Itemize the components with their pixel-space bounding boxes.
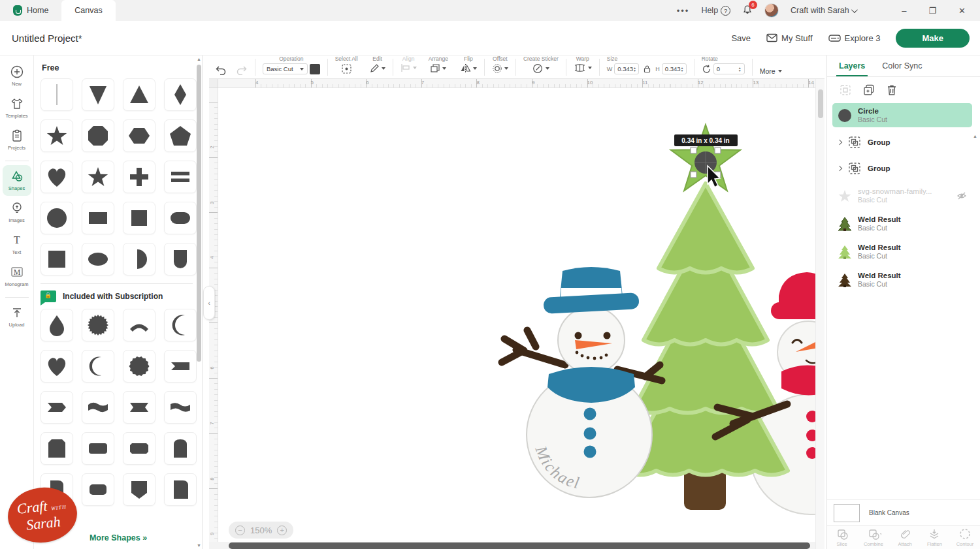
shape-circle[interactable]: [41, 202, 73, 234]
duplicate-icon[interactable]: [862, 84, 875, 97]
shape-square[interactable]: [123, 202, 155, 234]
explore-button[interactable]: Explore 3: [828, 33, 881, 43]
shape-diamond[interactable]: [164, 78, 197, 111]
tab-home[interactable]: Home: [0, 0, 61, 21]
shape-ticket[interactable]: [82, 432, 114, 465]
undo-icon[interactable]: [215, 65, 227, 75]
shape-rounded-rect[interactable]: [164, 473, 197, 506]
more-menu[interactable]: More: [754, 55, 788, 78]
contour-button[interactable]: Contour: [956, 528, 974, 547]
scroll-up-icon[interactable]: ▲: [972, 134, 978, 138]
sidebar-item-templates[interactable]: Templates: [3, 93, 31, 123]
tab-canvas[interactable]: Canvas: [61, 0, 115, 21]
window-maximize-button[interactable]: ❐: [923, 6, 941, 16]
shape-rectangle[interactable]: [82, 202, 114, 234]
layer-row[interactable]: Group: [832, 157, 972, 180]
shape-line[interactable]: [41, 78, 73, 111]
group-select-icon[interactable]: [839, 84, 852, 97]
shape-tag[interactable]: [41, 432, 73, 465]
shape-arc[interactable]: [123, 309, 155, 341]
shape-crescent-left[interactable]: [164, 309, 197, 341]
shape-wave-banner[interactable]: [82, 391, 114, 424]
shape-bowtie-banner[interactable]: [123, 391, 155, 424]
shape-pill[interactable]: [164, 202, 197, 234]
color-swatch[interactable]: [310, 64, 320, 74]
shape-scallop-circle[interactable]: [123, 350, 155, 383]
edit-control[interactable]: Edit: [364, 55, 391, 78]
layer-row[interactable]: CircleBasic Cut: [832, 103, 972, 127]
notifications-bell[interactable]: 6: [742, 5, 753, 17]
shape-starburst[interactable]: [82, 309, 114, 341]
canvas-horizontal-scrollbar[interactable]: [209, 542, 815, 549]
scroll-up-icon[interactable]: ▲: [196, 57, 202, 61]
layer-row[interactable]: Weld ResultBasic Cut: [832, 212, 972, 236]
window-minimize-button[interactable]: –: [896, 6, 911, 16]
layer-row[interactable]: Weld ResultBasic Cut: [832, 268, 972, 292]
shape-pentagon[interactable]: [164, 119, 197, 152]
operation-dropdown[interactable]: Basic Cut: [263, 63, 308, 74]
sidebar-item-new[interactable]: New: [3, 61, 31, 91]
shape-heart[interactable]: [41, 161, 73, 193]
sidebar-item-shapes[interactable]: Shapes: [3, 165, 31, 196]
lock-icon[interactable]: [643, 65, 651, 73]
avatar[interactable]: [764, 3, 779, 18]
create-sticker-control[interactable]: Create Sticker: [517, 55, 564, 78]
zoom-in-button[interactable]: +: [277, 525, 287, 535]
shape-star2[interactable]: [82, 161, 114, 193]
shape-octagon[interactable]: [82, 119, 114, 152]
shape-ellipse[interactable]: [82, 243, 114, 275]
sidebar-item-projects[interactable]: Projects: [3, 125, 31, 155]
panel-collapse-handle[interactable]: ‹: [203, 286, 215, 320]
shape-equals[interactable]: [164, 161, 197, 193]
layer-row[interactable]: svg-snowman-family...Basic Cut: [832, 183, 972, 208]
shape-triangle[interactable]: [123, 78, 155, 111]
expand-chevron-icon[interactable]: [837, 140, 842, 145]
height-input[interactable]: 0.343▲▼: [662, 63, 687, 74]
rotate-input[interactable]: 0▲▼: [713, 63, 745, 74]
shape-ribbon-flag[interactable]: [164, 350, 197, 383]
my-stuff-button[interactable]: My Stuff: [766, 33, 812, 43]
canvas-vertical-scrollbar[interactable]: [815, 79, 825, 549]
make-button[interactable]: Make: [896, 29, 970, 48]
warp-control[interactable]: Warp: [568, 55, 598, 78]
design-canvas[interactable]: 4567891011121314 23456789: [209, 78, 825, 549]
shape-bracket-frame[interactable]: [82, 473, 114, 506]
sidebar-item-upload[interactable]: Upload: [3, 302, 31, 332]
window-close-button[interactable]: ✕: [953, 6, 971, 16]
shape-tag-round[interactable]: [164, 432, 197, 465]
sidebar-item-images[interactable]: Images: [3, 197, 31, 228]
shape-plus[interactable]: [123, 161, 155, 193]
tab-color-sync[interactable]: Color Sync: [882, 61, 922, 71]
shape-wave-banner2[interactable]: [164, 391, 197, 424]
overflow-menu-icon[interactable]: •••: [677, 6, 690, 16]
scroll-down-icon[interactable]: ▼: [196, 543, 202, 548]
select-all-control[interactable]: Select All: [329, 55, 364, 78]
tab-layers[interactable]: Layers: [839, 61, 865, 71]
shape-arrow-banner[interactable]: [41, 391, 73, 424]
help-menu[interactable]: Help?: [701, 6, 730, 16]
sidebar-item-text[interactable]: TText: [3, 229, 31, 260]
shape-half-circle[interactable]: [123, 243, 155, 275]
scrollbar-thumb[interactable]: [229, 542, 810, 549]
sidebar-item-monogram[interactable]: MMonogram: [3, 261, 31, 292]
shape-teardrop[interactable]: [41, 309, 73, 341]
flatten-button[interactable]: Flatten: [926, 528, 942, 547]
shape-star[interactable]: [41, 119, 73, 152]
layer-row[interactable]: Group: [832, 131, 972, 153]
combine-button[interactable]: Combine: [864, 528, 883, 547]
width-input[interactable]: 0.343▲▼: [614, 63, 639, 74]
offset-control[interactable]: Offset: [486, 55, 514, 78]
attach-button[interactable]: Attach: [897, 528, 913, 547]
shape-shield[interactable]: [123, 473, 155, 506]
shape-crescent[interactable]: [82, 350, 114, 383]
account-menu[interactable]: Craft with Sarah: [791, 6, 856, 15]
flip-control[interactable]: Flip: [454, 55, 483, 78]
trash-icon[interactable]: [886, 84, 898, 97]
shape-square2[interactable]: [41, 243, 73, 275]
shape-triangle-down[interactable]: [82, 78, 114, 111]
redo-icon[interactable]: [236, 65, 248, 75]
expand-chevron-icon[interactable]: [837, 166, 842, 171]
slice-button[interactable]: Slice: [834, 528, 850, 547]
scrollbar-thumb[interactable]: [818, 89, 823, 118]
layers-scrollbar[interactable]: ▲ ▼: [972, 134, 979, 545]
